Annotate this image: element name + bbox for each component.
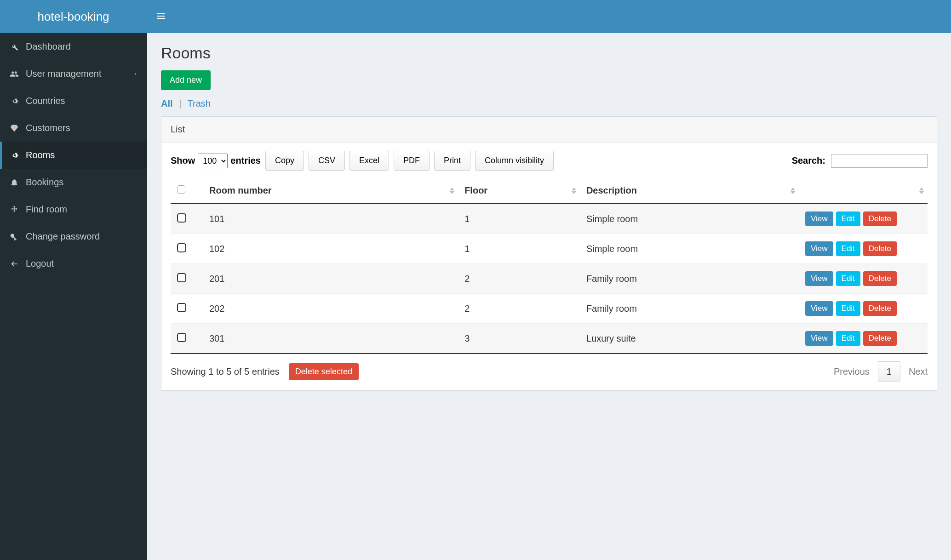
sidebar-item-countries[interactable]: Countries	[0, 87, 147, 114]
cell-room-number: 101	[203, 204, 458, 234]
delete-button[interactable]: Delete	[863, 271, 897, 286]
pagination-previous[interactable]: Previous	[834, 366, 870, 377]
col-label: Room number	[209, 185, 272, 195]
pdf-button[interactable]: PDF	[394, 151, 430, 171]
row-checkbox[interactable]	[177, 273, 186, 282]
cell-description: Luxury suite	[580, 324, 799, 354]
sidebar-item-find-room[interactable]: Find room	[0, 196, 147, 223]
col-label: Floor	[464, 185, 487, 195]
cell-description: Family room	[580, 294, 799, 324]
delete-button[interactable]: Delete	[863, 301, 897, 316]
cell-room-number: 202	[203, 294, 458, 324]
edit-button[interactable]: Edit	[836, 211, 860, 226]
sidebar-item-customers[interactable]: Customers	[0, 114, 147, 142]
topbar: hotel-booking	[0, 0, 951, 33]
sidebar-item-logout[interactable]: Logout	[0, 250, 147, 277]
table-row: 102 1 Simple room View Edit Delete	[171, 234, 928, 264]
sidebar-item-rooms[interactable]: Rooms	[0, 142, 147, 169]
pagination-next[interactable]: Next	[909, 366, 928, 377]
col-actions[interactable]	[799, 178, 928, 204]
view-button[interactable]: View	[805, 241, 833, 256]
cell-room-number: 301	[203, 324, 458, 354]
entries-select[interactable]: 100	[198, 154, 228, 168]
rooms-table: Room number Floor Description	[171, 178, 928, 354]
show-label-after: entries	[230, 155, 261, 166]
edit-button[interactable]: Edit	[836, 301, 860, 316]
entries-info: Showing 1 to 5 of 5 entries	[171, 366, 280, 377]
col-room-number[interactable]: Room number	[203, 178, 458, 204]
column-visibility-button[interactable]: Column visibility	[475, 151, 554, 171]
sidebar-item-dashboard[interactable]: Dashboard	[0, 33, 147, 60]
sort-icon	[572, 188, 576, 194]
show-entries: Show 100 entries	[171, 154, 261, 168]
row-checkbox[interactable]	[177, 243, 186, 252]
pagination-page-1[interactable]: 1	[878, 361, 900, 382]
edit-button[interactable]: Edit	[836, 241, 860, 256]
copy-button[interactable]: Copy	[265, 151, 304, 171]
table-row: 101 1 Simple room View Edit Delete	[171, 204, 928, 234]
row-checkbox[interactable]	[177, 333, 186, 342]
sort-icon	[791, 188, 795, 194]
sidebar-item-label: User management	[26, 69, 102, 79]
sidebar-item-user-management[interactable]: User management	[0, 60, 147, 87]
search-label: Search:	[792, 155, 825, 166]
sidebar-item-change-password[interactable]: Change password	[0, 223, 147, 250]
select-all-checkbox[interactable]	[177, 185, 185, 194]
sidebar-item-bookings[interactable]: Bookings	[0, 169, 147, 196]
edit-button[interactable]: Edit	[836, 331, 860, 346]
wrench-icon	[9, 42, 19, 52]
view-button[interactable]: View	[805, 211, 833, 226]
sidebar-item-label: Countries	[26, 96, 65, 106]
excel-button[interactable]: Excel	[349, 151, 389, 171]
col-description[interactable]: Description	[580, 178, 799, 204]
arrow-left-icon	[9, 259, 19, 269]
col-label: Description	[586, 185, 637, 195]
delete-selected-button[interactable]: Delete selected	[289, 363, 359, 380]
sidebar-item-label: Bookings	[26, 177, 63, 188]
cell-description: Simple room	[580, 234, 799, 264]
cell-floor: 3	[458, 324, 580, 354]
content-area: Rooms Add new All | Trash List Show 100 …	[147, 33, 951, 560]
table-row: 301 3 Luxury suite View Edit Delete	[171, 324, 928, 354]
view-button[interactable]: View	[805, 301, 833, 316]
cell-floor: 2	[458, 294, 580, 324]
filter-all[interactable]: All	[161, 98, 173, 109]
list-panel: List Show 100 entries Copy CSV Excel PDF…	[161, 116, 937, 391]
cell-floor: 2	[458, 264, 580, 294]
table-row: 201 2 Family room View Edit Delete	[171, 264, 928, 294]
add-new-button[interactable]: Add new	[161, 70, 211, 90]
edit-button[interactable]: Edit	[836, 271, 860, 286]
row-checkbox[interactable]	[177, 213, 186, 223]
filter-separator: |	[179, 98, 181, 109]
delete-button[interactable]: Delete	[863, 241, 897, 256]
view-button[interactable]: View	[805, 271, 833, 286]
sidebar: Dashboard User management Countries Cust…	[0, 33, 147, 560]
sort-icon	[450, 188, 454, 194]
cell-description: Family room	[580, 264, 799, 294]
users-icon	[9, 69, 19, 79]
print-button[interactable]: Print	[434, 151, 470, 171]
filter-trash[interactable]: Trash	[188, 98, 211, 109]
chevron-left-icon	[132, 69, 138, 79]
delete-button[interactable]: Delete	[863, 331, 897, 346]
delete-button[interactable]: Delete	[863, 211, 897, 226]
cell-floor: 1	[458, 204, 580, 234]
cogs-icon	[9, 96, 19, 106]
bell-icon	[9, 177, 19, 188]
hamburger-icon	[155, 11, 166, 23]
row-checkbox[interactable]	[177, 303, 186, 312]
cell-floor: 1	[458, 234, 580, 264]
col-floor[interactable]: Floor	[458, 178, 580, 204]
sidebar-item-label: Dashboard	[26, 41, 71, 52]
search-input[interactable]	[831, 154, 928, 168]
cell-description: Simple room	[580, 204, 799, 234]
move-icon	[9, 205, 19, 215]
cogs-icon	[9, 150, 19, 160]
csv-button[interactable]: CSV	[309, 151, 345, 171]
show-label-before: Show	[171, 155, 195, 166]
hamburger-toggle[interactable]	[147, 0, 175, 33]
brand-logo[interactable]: hotel-booking	[0, 0, 147, 33]
panel-header: List	[161, 117, 937, 143]
filter-links: All | Trash	[161, 98, 937, 109]
view-button[interactable]: View	[805, 331, 833, 346]
